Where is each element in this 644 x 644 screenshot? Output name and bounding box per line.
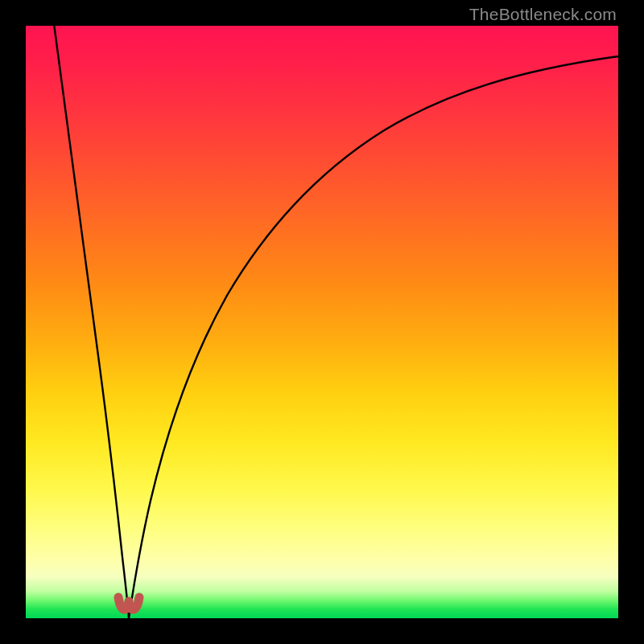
curve-left-branch: [53, 26, 129, 618]
bottleneck-curve: [26, 26, 618, 618]
plot-area: [26, 26, 618, 618]
curve-right-branch: [129, 56, 618, 618]
chart-frame: TheBottleneck.com: [0, 0, 644, 644]
watermark-text: TheBottleneck.com: [469, 5, 617, 24]
